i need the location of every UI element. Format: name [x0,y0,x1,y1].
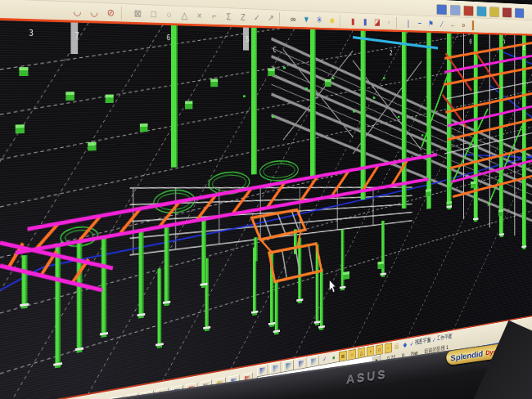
pin-red-icon[interactable]: ▮ [347,14,359,28]
gridline-b [0,20,88,399]
footing-top [140,123,148,127]
column-shade [25,255,27,303]
column-shade [365,31,366,200]
toolbar-separator [340,15,345,27]
zigzag-tool-icon[interactable]: Z [236,10,250,25]
delete-cross-icon[interactable]: × [192,8,207,24]
runway-rail [16,179,429,253]
part-mark [383,77,385,78]
fast-forward-icon[interactable]: » [458,19,469,32]
pin-blue-icon[interactable]: ▮ [359,15,372,29]
platform-infill-beam [309,244,313,272]
check-tool-icon[interactable]: ✓ [250,11,264,25]
gridline-a [0,49,532,159]
toolbar-fragment-icon-6[interactable] [515,8,524,19]
footing-top [471,182,476,184]
yellow-note-icon[interactable]: ■ [326,13,338,27]
column-shade [208,258,209,326]
monitor-screen: ◡◡⊘⊠□○△×⌐ΣZ✓↗∞▼✳■▮▮◪▫|−⚑∕←»▌ 3765C207E ✓… [0,0,532,399]
footing-block [140,127,148,132]
grid-label: 7 [503,39,506,46]
footing-top [88,142,96,146]
footing-block [106,97,114,103]
create-circle-icon[interactable]: ○ [161,7,177,22]
runway-rail [28,155,437,229]
toolbar-fragment-icon-2[interactable] [463,6,473,16]
slash-icon[interactable]: ∕ [436,18,447,31]
toolbar-separator [396,16,401,28]
column-shade [105,236,106,332]
toolbar-fragment-icon-5[interactable] [503,7,512,18]
orange-bar-icon[interactable]: ▌ [469,19,480,31]
sketch-arc-icon[interactable]: ◡ [69,3,86,20]
tower-orange-beam [444,41,532,60]
base-plate-pad [448,208,451,210]
footing-top [498,209,503,213]
snap-override-5[interactable]: − [385,343,392,354]
grid-label: 7 [75,31,79,40]
base-plate [340,286,346,289]
arrow-ne-icon[interactable]: ↗ [264,11,277,25]
part-mark [283,67,286,69]
red-tile-icon[interactable]: ◪ [372,15,384,29]
phase-bar-icon[interactable]: | [403,16,414,29]
grid-label: 6 [167,34,171,42]
footing-block [377,264,383,270]
gray-tile-icon[interactable]: ▫ [383,16,394,29]
snowflake-icon[interactable]: ✳ [313,13,326,27]
footing-block [19,70,28,76]
footing-block [185,104,192,109]
column-shade [256,28,257,174]
splendid-label: Splendid [450,349,484,363]
part-mark [332,77,335,78]
footing-top [210,78,218,82]
footing-top [65,92,74,95]
view-filter-icon[interactable]: ▼ [300,12,313,26]
column-shade [176,25,178,167]
footing-top [426,189,431,192]
grid-label: 0 [469,38,471,46]
footing-top [16,124,25,128]
grid-label: E [523,44,525,51]
column-shade [80,241,82,347]
sketch-arc-2-icon[interactable]: ◡ [86,4,103,20]
column-shade [59,244,61,363]
cyan-beam [353,38,438,48]
footing-block [210,82,218,87]
create-triangle-icon[interactable]: △ [177,7,192,23]
arrow-left-icon[interactable]: ← [448,18,458,31]
mouse-cursor [330,280,336,294]
toolbar-fragment-icon-3[interactable] [476,6,486,16]
asus-logo: ASUS [345,368,389,387]
corner-tool-icon[interactable]: ⌐ [207,8,222,23]
footing-block [498,212,503,217]
footing-block [471,184,476,189]
phase-dash-icon[interactable]: − [414,16,426,29]
sum-tool-icon[interactable]: Σ [222,9,237,24]
column-shade [168,226,169,301]
create-box-icon[interactable]: □ [146,7,161,22]
toolbar-separator [279,12,285,25]
part-mark [243,95,246,97]
clash-check-icon[interactable]: ⊠ [130,6,147,21]
toolbar-fragment-icon-1[interactable] [450,5,461,16]
footing-top [325,79,331,82]
footing-top [185,101,192,104]
platform-infill-beam [282,249,286,278]
checkmark-icon: ✓ [432,336,436,343]
circular-duct [260,160,299,182]
circular-duct-inner [264,163,295,178]
column-shade [322,269,322,326]
footing-block [325,82,331,87]
gridline-b [7,20,231,399]
toolbar-fragment-icon-0[interactable] [436,4,447,16]
part-mark [353,110,355,113]
footing-top [268,68,274,70]
binoculars-icon[interactable]: ∞ [286,11,300,25]
platform-link [260,239,273,256]
toolbar-fragment-icon-4[interactable] [489,7,499,17]
part-mark [272,116,274,119]
no-draw-icon[interactable]: ⊘ [102,4,119,20]
flag-icon[interactable]: ⚑ [426,17,437,30]
base-plate-pad [474,220,477,222]
